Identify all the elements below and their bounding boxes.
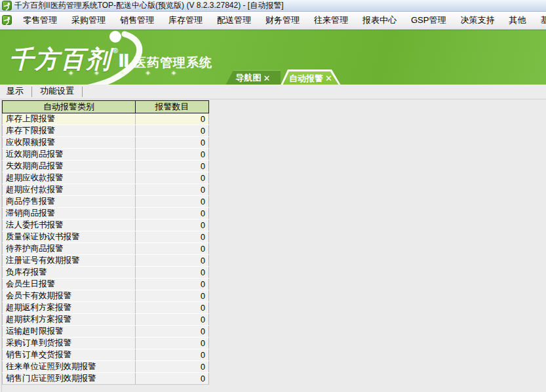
alarm-category-cell: 超期获利方案报警 — [3, 314, 136, 326]
registered-mark: ® — [113, 47, 118, 54]
alarm-count-cell: 0 — [136, 113, 209, 125]
alarm-count-cell: 0 — [136, 125, 209, 137]
alarm-table: 自动报警类别 报警数目 库存上限报警0库存下限报警0应收限额报警0近效期商品报警… — [2, 100, 209, 385]
alarm-count-cell: 0 — [136, 161, 209, 172]
alarm-count-cell: 0 — [136, 184, 209, 196]
tab-auto-alarm-label: 自动报警 — [289, 73, 323, 85]
table-row[interactable]: 往来单位证照到效期报警0 — [3, 361, 209, 373]
alarm-category-cell: 库存上限报警 — [3, 113, 136, 125]
tab-navigation-map-close-icon[interactable]: ✕ — [263, 74, 271, 83]
menu-items: 零售管理采购管理销售管理库存管理配送管理财务管理往来管理报表中心GSP管理决策支… — [16, 12, 546, 28]
table-row[interactable]: 超期应收款报警0 — [3, 172, 209, 184]
table-row[interactable]: 商品停售报警0 — [3, 196, 209, 208]
alarm-count-cell: 0 — [136, 267, 209, 279]
alarm-count-cell: 0 — [136, 326, 209, 338]
table-row[interactable]: 待养护商品报警0 — [3, 243, 209, 255]
alarm-category-cell: 销售门店证照到效期报警 — [3, 373, 136, 385]
brand-banner: 千方百剂®Ⅱ医药管理系统 ✦ ✦ ✦ ✦ ✦ 导航图 ✕ 自动报警 ✕ — [0, 29, 546, 85]
logo-main-text: 千方百剂 — [9, 47, 111, 71]
table-row[interactable]: 会员生日报警0 — [3, 279, 209, 290]
tab-display[interactable]: 显示 — [0, 84, 31, 99]
alarm-count-cell: 0 — [136, 349, 209, 361]
alarm-category-cell: 采购订单到货报警 — [3, 338, 136, 349]
table-row[interactable]: 超期获利方案报警0 — [3, 314, 209, 326]
table-row[interactable]: 滞销商品报警0 — [3, 208, 209, 220]
alarm-count-cell: 0 — [136, 137, 209, 149]
alarm-count-cell: 0 — [136, 172, 209, 184]
menu-item-3[interactable]: 库存管理 — [161, 12, 210, 28]
tab-function-settings[interactable]: 功能设置 — [32, 84, 82, 99]
tab-auto-alarm[interactable]: 自动报警 ✕ — [281, 69, 341, 85]
table-row[interactable]: 注册证号有效期报警0 — [3, 255, 209, 267]
system-menu-icon[interactable] — [2, 15, 12, 25]
alarm-category-cell: 注册证号有效期报警 — [3, 255, 136, 267]
alarm-category-cell: 库存下限报警 — [3, 125, 136, 137]
table-row[interactable]: 库存上限报警0 — [3, 113, 209, 125]
tab-navigation-map[interactable]: 导航图 ✕ — [225, 70, 281, 85]
menu-item-4[interactable]: 配送管理 — [210, 12, 258, 28]
alarm-count-cell: 0 — [136, 149, 209, 161]
tab-auto-alarm-close-icon[interactable]: ✕ — [325, 74, 332, 83]
window-title: 千方百剂II医药管理系统TOP-配送中心版(预览版) (V 8.2.3.2784… — [14, 0, 284, 11]
logo-sparkles: ✦ ✦ ✦ ✦ ✦ — [68, 69, 186, 77]
alarm-category-cell: 负库存报警 — [3, 267, 136, 279]
menu-item-10[interactable]: 其他 — [501, 12, 533, 28]
table-row[interactable]: 近效期商品报警0 — [3, 149, 209, 161]
alarm-count-cell: 0 — [136, 208, 209, 220]
menu-item-1[interactable]: 采购管理 — [64, 12, 113, 28]
menu-item-5[interactable]: 财务管理 — [258, 12, 307, 28]
table-row[interactable]: 销售门店证照到效期报警0 — [3, 373, 209, 385]
table-row[interactable]: 超期返利方案报警0 — [3, 302, 209, 314]
alarm-category-cell: 法人委托书报警 — [3, 220, 136, 231]
menu-item-7[interactable]: 报表中心 — [355, 12, 404, 28]
alarm-category-cell: 运输超时限报警 — [3, 326, 136, 338]
brand-logo: 千方百剂®Ⅱ医药管理系统 ✦ ✦ ✦ ✦ ✦ — [9, 33, 225, 85]
alarm-category-cell: 会员卡有效期报警 — [3, 290, 136, 302]
alarm-category-cell: 会员生日报警 — [3, 279, 136, 290]
alarm-category-cell: 待养护商品报警 — [3, 243, 136, 255]
table-row[interactable]: 销售订单交货报警0 — [3, 349, 209, 361]
application-window: 千方百剂II医药管理系统TOP-配送中心版(预览版) (V 8.2.3.2784… — [0, 0, 546, 392]
alarm-count-cell: 0 — [136, 314, 209, 326]
alarm-category-cell: 商品停售报警 — [3, 196, 136, 208]
menu-item-9[interactable]: 决策支持 — [453, 12, 501, 28]
alarm-count-cell: 0 — [136, 255, 209, 267]
table-row[interactable]: 负库存报警0 — [3, 267, 209, 279]
alarm-category-cell: 超期应付款报警 — [3, 184, 136, 196]
content-area: 自动报警类别 报警数目 库存上限报警0库存下限报警0应收限额报警0近效期商品报警… — [0, 99, 546, 392]
table-row[interactable]: 会员卡有效期报警0 — [3, 290, 209, 302]
column-header-category: 自动报警类别 — [3, 101, 136, 113]
menu-item-2[interactable]: 销售管理 — [113, 12, 161, 28]
alarm-category-cell: 往来单位证照到效期报警 — [3, 361, 136, 373]
alarm-category-cell: 近效期商品报警 — [3, 149, 136, 161]
view-tab-strip: 显示 功能设置 — [0, 85, 546, 99]
tab-navigation-map-label: 导航图 — [236, 72, 262, 84]
alarm-category-cell: 滞销商品报警 — [3, 208, 136, 220]
title-bar: 千方百剂II医药管理系统TOP-配送中心版(预览版) (V 8.2.3.2784… — [0, 0, 546, 12]
table-row[interactable]: 应收限额报警0 — [3, 137, 209, 149]
menu-item-11[interactable]: 基本信息 — [533, 12, 546, 28]
menu-item-8[interactable]: GSP管理 — [404, 12, 453, 28]
table-row[interactable]: 法人委托书报警0 — [3, 220, 209, 231]
alarm-count-cell: 0 — [136, 220, 209, 231]
table-row[interactable]: 质量保证协议书报警0 — [3, 231, 209, 243]
alarm-count-cell: 0 — [136, 373, 209, 385]
alarm-count-cell: 0 — [136, 279, 209, 290]
app-logo-icon — [2, 1, 12, 10]
alarm-category-cell: 应收限额报警 — [3, 137, 136, 149]
alarm-count-cell: 0 — [136, 361, 209, 373]
alarm-count-cell: 0 — [136, 338, 209, 349]
alarm-category-cell: 失效期商品报警 — [3, 161, 136, 172]
alarm-count-cell: 0 — [136, 243, 209, 255]
alarm-category-cell: 销售订单交货报警 — [3, 349, 136, 361]
menu-item-6[interactable]: 往来管理 — [307, 12, 355, 28]
menu-bar: 零售管理采购管理销售管理库存管理配送管理财务管理往来管理报表中心GSP管理决策支… — [0, 12, 546, 29]
table-row[interactable]: 采购订单到货报警0 — [3, 338, 209, 349]
menu-item-0[interactable]: 零售管理 — [16, 12, 64, 28]
table-row[interactable]: 运输超时限报警0 — [3, 326, 209, 338]
document-tab-strip: 导航图 ✕ 自动报警 ✕ — [225, 69, 341, 85]
table-row[interactable]: 失效期商品报警0 — [3, 161, 209, 172]
table-row[interactable]: 超期应付款报警0 — [3, 184, 209, 196]
logo-numeral: Ⅱ — [118, 52, 130, 71]
table-row[interactable]: 库存下限报警0 — [3, 125, 209, 137]
